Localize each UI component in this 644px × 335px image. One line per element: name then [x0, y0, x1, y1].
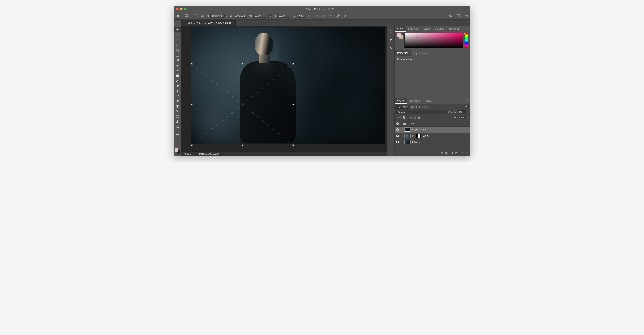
layer-filter-type[interactable]: Kind▾	[396, 105, 410, 109]
eraser-tool[interactable]	[174, 83, 180, 88]
tab-layers[interactable]: Layers	[395, 98, 407, 104]
close-tab-icon[interactable]: ×	[184, 21, 186, 24]
stamp-tool[interactable]	[174, 73, 180, 78]
tab-swatches[interactable]: Swatches	[406, 26, 421, 32]
blend-mode-select[interactable]: Subtract▾	[396, 110, 447, 114]
zoom-level[interactable]: 33.33%	[184, 153, 191, 155]
navigator-icon[interactable]	[388, 46, 393, 51]
antialias-label[interactable]: Anti-alias	[316, 14, 325, 17]
brush-settings-icon[interactable]	[388, 29, 393, 33]
move-tool[interactable]	[174, 27, 180, 32]
warp-icon[interactable]	[327, 13, 332, 18]
filter-toggle[interactable]	[466, 106, 469, 108]
window-zoom-button[interactable]	[184, 8, 187, 10]
layer-row-selected[interactable]: Layer 3 copy	[395, 126, 470, 133]
path-select-tool[interactable]	[174, 109, 180, 114]
actions-play-icon[interactable]	[388, 37, 393, 42]
type-tool[interactable]	[174, 104, 180, 109]
color-swatches[interactable]	[174, 148, 180, 154]
document-tab[interactable]: × un.psd @ 33.3% (Layer 3 copy, RGB/8) *	[181, 20, 236, 26]
hue-slider[interactable]	[465, 33, 468, 48]
commit-transform-button[interactable]	[342, 13, 348, 18]
transform-handle-se[interactable]	[292, 144, 294, 146]
transform-preset-icon[interactable]	[184, 13, 189, 18]
search-button[interactable]	[448, 13, 453, 18]
tab-color[interactable]: Color	[395, 26, 406, 32]
tab-libraries[interactable]: Libraries	[432, 26, 446, 32]
color-panel-menu[interactable]: ≡	[465, 27, 469, 30]
delete-layer-button[interactable]	[466, 152, 468, 154]
dodge-tool[interactable]	[174, 93, 180, 99]
properties-panel-menu[interactable]: ≡	[465, 51, 469, 55]
quick-select-tool[interactable]	[174, 42, 180, 47]
mask-link-icon[interactable]: ⛓	[412, 135, 414, 137]
transform-handle-n[interactable]	[242, 63, 244, 65]
transform-handle-w[interactable]	[191, 104, 193, 105]
workspace-button[interactable]	[456, 13, 461, 18]
visibility-toggle[interactable]	[396, 135, 399, 137]
lock-artboard-icon[interactable]	[414, 116, 416, 119]
layer-row[interactable]: ⛓ Layer 3	[395, 133, 470, 139]
color-panel-swatches[interactable]	[397, 33, 403, 39]
healing-tool[interactable]	[174, 63, 180, 68]
transform-handle-e[interactable]	[292, 104, 294, 105]
window-close-button[interactable]	[176, 8, 178, 10]
pen-tool[interactable]	[174, 99, 180, 104]
angle-value[interactable]: 0.00	[297, 14, 306, 17]
aspect-lock-button[interactable]	[268, 14, 272, 18]
x-value[interactable]: 1544.74 px	[210, 14, 224, 17]
transform-handle-nw[interactable]	[191, 63, 193, 65]
layer-row[interactable]: Layer 0	[395, 139, 470, 145]
tab-properties[interactable]: Properties	[395, 50, 411, 56]
doc-size[interactable]: Doc: 58.1M/165.9M	[199, 153, 219, 155]
new-layer-button[interactable]	[461, 152, 464, 154]
share-button[interactable]	[464, 13, 469, 18]
tab-paths[interactable]: Paths	[422, 98, 434, 104]
hand-tool[interactable]	[174, 119, 180, 124]
filter-adjust-icon[interactable]	[415, 105, 417, 108]
filter-pixel-icon[interactable]	[411, 105, 414, 108]
fx-button[interactable]: fx	[441, 152, 443, 154]
edit-toolbar-button[interactable]: ⋯	[174, 132, 180, 137]
adjustment-button[interactable]	[450, 152, 453, 154]
w-value[interactable]: 53.09%	[254, 14, 266, 17]
window-minimize-button[interactable]	[180, 8, 182, 10]
tab-channels[interactable]: Channels	[407, 98, 422, 104]
lasso-tool[interactable]	[174, 37, 180, 42]
eyedropper-tool[interactable]	[174, 58, 180, 63]
cancel-transform-button[interactable]	[336, 13, 341, 18]
lock-all-icon[interactable]	[418, 116, 420, 119]
y-value[interactable]: 2393.50 px	[234, 14, 248, 17]
filter-type-icon[interactable]	[418, 105, 421, 108]
lock-image-icon[interactable]	[406, 116, 409, 119]
zoom-tool[interactable]	[174, 124, 180, 129]
tab-learn[interactable]: Learn	[421, 26, 432, 32]
transform-handle-sw[interactable]	[191, 144, 193, 146]
transform-box[interactable]	[192, 64, 293, 145]
layer-row-group[interactable]: › color	[395, 120, 470, 126]
canvas[interactable]	[181, 26, 387, 151]
lock-position-icon[interactable]	[410, 116, 413, 119]
marquee-tool[interactable]	[174, 32, 180, 37]
crop-tool[interactable]	[174, 47, 180, 52]
frame-tool[interactable]	[174, 52, 180, 58]
mask-button[interactable]	[445, 152, 448, 154]
transform-handle-s[interactable]	[242, 144, 244, 146]
link-layers-button[interactable]	[436, 152, 438, 154]
reference-point-icon[interactable]	[193, 13, 198, 18]
shape-tool[interactable]	[174, 114, 180, 119]
reference-grid-icon[interactable]	[200, 13, 205, 18]
transform-handle-ne[interactable]	[292, 63, 294, 65]
filter-shape-icon[interactable]	[422, 105, 424, 108]
history-brush-tool[interactable]	[174, 78, 180, 83]
lock-transparency-icon[interactable]	[403, 116, 405, 119]
fill-value[interactable]: 100%	[458, 116, 466, 119]
brush-tool[interactable]	[174, 68, 180, 73]
tab-histogram[interactable]: Histogram	[446, 26, 463, 32]
group-button[interactable]	[456, 152, 458, 154]
home-button[interactable]	[175, 13, 180, 18]
visibility-toggle[interactable]	[396, 141, 399, 143]
gradient-tool[interactable]	[174, 88, 180, 93]
filter-smart-icon[interactable]	[426, 105, 428, 108]
h-value[interactable]: 53.09%	[277, 14, 290, 17]
